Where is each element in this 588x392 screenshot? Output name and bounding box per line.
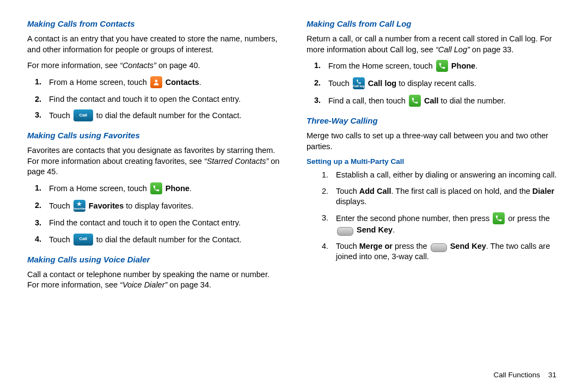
footer-page-number: 31	[548, 371, 556, 379]
text: on page 33.	[470, 45, 514, 54]
text: .	[393, 225, 395, 234]
text: Touch	[49, 111, 72, 120]
label: Phone	[166, 184, 189, 193]
step-item: From the Home screen, touch Phone.	[307, 60, 561, 72]
label: Dialer	[532, 187, 554, 195]
xref-contacts: “Contacts”	[120, 61, 156, 70]
heading-calls-contacts: Making Calls from Contacts	[27, 19, 281, 28]
heading-three-way-calling: Three-Way Calling	[307, 116, 561, 125]
left-column: Making Calls from Contacts A contact is …	[27, 19, 281, 384]
right-column: Making Calls from Call Log Return a call…	[307, 19, 561, 384]
step-item: Touch Call to dial the default number fo…	[27, 234, 281, 246]
step-item: Touch ★ Favorites Favorites to display f…	[27, 200, 281, 212]
text: Touch	[336, 242, 359, 250]
label: Send Key	[357, 225, 393, 234]
text: Touch	[49, 235, 72, 243]
text: press the	[395, 242, 430, 250]
text: to dial the default number for the Conta…	[96, 235, 242, 243]
text: From the Home screen, touch	[328, 62, 435, 70]
favorites-icon: ★ Favorites	[74, 200, 85, 212]
phone-icon	[493, 212, 505, 224]
icon-caption: Call log	[353, 84, 365, 88]
para: A contact is an entry that you have crea…	[27, 34, 281, 55]
heading-calls-voicedialer: Making Calls using Voice Dialer	[27, 255, 281, 264]
para: Favorites are contacts that you designat…	[27, 145, 281, 177]
step-item: Find a call, then touch Call to dial the…	[307, 95, 561, 107]
para: Call a contact or telephone number by sp…	[27, 270, 281, 291]
label: Call log	[368, 79, 396, 88]
text: .	[475, 62, 477, 70]
phone-icon	[436, 60, 448, 72]
step-item: Touch Merge or press the Send Key. The t…	[307, 241, 561, 262]
subheading-multi-party: Setting up a Multi-Party Call	[307, 157, 561, 166]
heading-calls-calllog: Making Calls from Call Log	[307, 19, 561, 28]
text: Touch	[336, 187, 359, 195]
svg-point-0	[155, 79, 157, 82]
steps-list: Establish a call, either by dialing or a…	[307, 170, 561, 262]
text: From a Home screen, touch	[49, 78, 149, 87]
phone-icon	[150, 182, 162, 194]
page: Making Calls from Contacts A contact is …	[0, 0, 588, 392]
text: Return a call, or call a number from a r…	[307, 34, 552, 54]
text: Touch	[49, 201, 72, 210]
text: or press the	[508, 214, 550, 223]
text: to display favorites.	[124, 201, 193, 210]
text: on page 34.	[167, 280, 211, 289]
step-item: Enter the second phone number, then pres…	[307, 213, 561, 236]
label: Add Call	[359, 187, 391, 195]
send-hardkey-icon	[431, 243, 447, 252]
footer: Call Functions 31	[493, 371, 556, 379]
step-item: From a Home screen, touch Phone.	[27, 183, 281, 195]
text: . The first call is placed on hold, and …	[391, 187, 532, 195]
call-button-icon: Call	[74, 109, 93, 121]
steps-list: From a Home screen, touch Contacts. Find…	[27, 77, 281, 122]
text: Find a call, then touch	[328, 96, 408, 105]
contacts-icon	[150, 76, 162, 88]
step-item: Find the contact and touch it to open th…	[27, 94, 281, 105]
xref-starred-contacts: “Starred Contacts”	[204, 157, 268, 166]
call-button-icon: Call	[74, 234, 93, 246]
step-item: Touch Add Call. The first call is placed…	[307, 186, 561, 207]
icon-caption: Favorites	[72, 207, 87, 210]
text: .	[199, 78, 201, 87]
text: .	[189, 184, 192, 193]
text: on page 40.	[156, 61, 200, 70]
step-item: Find the contact and touch it to open th…	[27, 218, 281, 229]
para: Merge two calls to set up a three-way ca…	[307, 131, 561, 152]
steps-list: From the Home screen, touch Phone. Touch…	[307, 60, 561, 107]
label: Merge or	[359, 242, 395, 250]
xref-voice-dialer: “Voice Dialer”	[120, 280, 167, 289]
label: Send Key	[450, 242, 486, 250]
text: Touch	[328, 79, 352, 88]
step-item: Establish a call, either by dialing or a…	[307, 170, 561, 181]
heading-calls-favorites: Making Calls using Favorites	[27, 131, 281, 140]
text: to dial the default number for the Conta…	[96, 111, 242, 120]
text: to dial the number.	[439, 96, 506, 105]
label: Phone	[451, 62, 475, 70]
text: From a Home screen, touch	[49, 184, 149, 193]
label: Favorites	[89, 201, 124, 210]
call-log-icon: Call log	[353, 77, 365, 89]
phone-icon	[409, 95, 421, 107]
para: For more information, see “Contacts” on …	[27, 60, 281, 71]
step-item: From a Home screen, touch Contacts.	[27, 77, 281, 89]
text: displays.	[336, 197, 366, 206]
footer-section: Call Functions	[493, 371, 540, 379]
text: Enter the second phone number, then pres…	[336, 214, 492, 223]
label: Call	[424, 96, 439, 105]
text: For more information, see	[27, 61, 120, 70]
xref-call-log: “Call Log”	[436, 45, 470, 54]
steps-list: From a Home screen, touch Phone. Touch ★…	[27, 183, 281, 246]
send-hardkey-icon	[337, 227, 353, 236]
step-item: Touch Call to dial the default number fo…	[27, 110, 281, 122]
text: to display recent calls.	[396, 79, 476, 88]
para: Return a call, or call a number from a r…	[307, 34, 561, 55]
step-item: Touch Call log Call log to display recen…	[307, 78, 561, 90]
label: Contacts	[166, 78, 199, 87]
